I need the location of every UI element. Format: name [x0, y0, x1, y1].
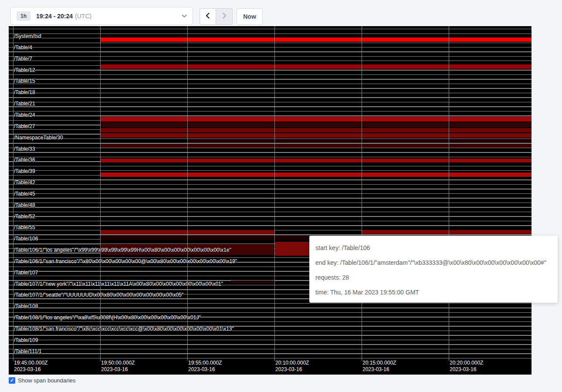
range-duration-badge: 1h [17, 11, 30, 21]
heatmap-band[interactable] [100, 37, 532, 42]
span-label: /Table/15 [14, 78, 35, 84]
x-axis-tick: 20:10:00.000Z2023-03-16 [275, 360, 309, 373]
tick-date: 2023-03-16 [101, 366, 135, 373]
span-label: /Table/106/1/"san francisco"/"\x80\x00\x… [14, 258, 237, 264]
span-label: /Table/27 [14, 123, 35, 129]
heatmap-band[interactable] [100, 144, 532, 148]
tick-time: 19:45:00.000Z [14, 360, 47, 366]
span-label: /Table/45 [14, 191, 35, 197]
span-label: /Table/109 [14, 337, 38, 343]
heatmap-band[interactable] [100, 64, 532, 69]
span-label: /Table/108/1/"los angeles"/"\xa8\xf5\u00… [14, 314, 201, 321]
span-label: /Table/42 [14, 179, 35, 186]
span-label: /Table/107 [14, 270, 38, 276]
heatmap-band[interactable] [231, 280, 274, 283]
tick-time: 20:15:00.000Z [362, 360, 396, 366]
time-range-select[interactable]: 1h 19:24 - 20:24 (UTC) [10, 7, 193, 25]
tooltip-end-key: end key: /Table/106/1/"amsterdam"/"\xb33… [315, 255, 552, 270]
x-axis-tick: 19:55:00.000Z2023-03-16 [188, 360, 222, 373]
keyvis-plot[interactable]: /System/tsd/Table/4/Table/7/Table/12/Tab… [9, 26, 532, 375]
chevron-right-icon [221, 12, 227, 21]
time-gridline [362, 26, 362, 361]
span-label: /Table/7 [14, 56, 32, 62]
tick-date: 2023-03-16 [188, 366, 222, 373]
span-label: /Table/36 [14, 157, 35, 163]
span-label: /Table/21 [14, 101, 35, 107]
heatmap-band[interactable] [100, 133, 532, 138]
span-label: /Table/4 [14, 44, 32, 51]
heatmap-band[interactable] [100, 128, 532, 132]
span-label: /Table/33 [14, 146, 35, 152]
time-gridline [274, 26, 275, 361]
time-nav-group [200, 8, 233, 25]
span-label: /Table/106 [14, 236, 38, 242]
span-label: /Table/108/1/"san francisco"/"\x8c\xcc\x… [14, 326, 234, 332]
x-axis-tick: 20:15:00.000Z2023-03-16 [362, 360, 396, 373]
time-gridline [187, 26, 188, 361]
span-label: /Table/107/1/"seattle"/"UUUUUUD\x00\x80\… [14, 292, 183, 298]
now-button[interactable]: Now [237, 8, 263, 25]
span-label: /NamespaceTable/30 [14, 135, 63, 141]
time-gridline [100, 26, 101, 361]
x-axis-tick: 19:50:00.000Z2023-03-16 [101, 360, 135, 373]
tooltip-requests: requests: 28 [315, 270, 552, 285]
show-span-boundaries-label: Show span boundaries [18, 377, 75, 384]
show-span-boundaries-checkbox[interactable]: ✓ [9, 377, 15, 384]
tick-time: 19:50:00.000Z [101, 360, 135, 366]
tooltip-time: time: Thu, 16 Mar 2023 19:55:00 GMT [315, 285, 552, 300]
time-gridline [449, 26, 449, 361]
span-label: /Table/24 [14, 112, 35, 118]
span-label: /Table/52 [14, 213, 35, 220]
span-label: /Table/12 [14, 67, 35, 73]
heatmap-band[interactable] [362, 230, 532, 234]
x-axis-tick: 19:45:00.000Z2023-03-16 [14, 360, 47, 373]
tick-date: 2023-03-16 [275, 366, 309, 373]
tick-date: 2023-03-16 [14, 366, 47, 373]
footer: ✓ Show span boundaries [9, 377, 75, 384]
heatmap-band[interactable] [100, 172, 532, 177]
heatmap-band[interactable] [100, 122, 532, 127]
span-boundary-lines [9, 29, 532, 358]
heatmap-band[interactable] [100, 159, 532, 162]
chevron-left-icon [205, 12, 211, 21]
x-axis-tick: 20:20:00.000Z2023-03-16 [450, 360, 483, 373]
span-label: /Table/106/1/"los angeles"/"\x99\x99\x99… [14, 247, 231, 253]
next-interval-button[interactable] [216, 8, 233, 25]
span-label: /Table/39 [14, 168, 35, 174]
range-text: 19:24 - 20:24 [36, 13, 73, 20]
tick-date: 2023-03-16 [450, 366, 483, 373]
span-label: /Table/111/1 [14, 348, 42, 355]
prev-interval-button[interactable] [200, 8, 216, 25]
tick-time: 19:55:00.000Z [188, 360, 222, 366]
heatmap-band[interactable] [100, 117, 532, 122]
span-label: /Table/55 [14, 224, 35, 230]
tooltip-start-key: start key: /Table/106 [315, 240, 552, 255]
range-timezone: (UTC) [75, 13, 91, 20]
keyvis-tooltip: start key: /Table/106 end key: /Table/10… [309, 236, 558, 303]
chevron-down-icon [182, 14, 187, 18]
tick-time: 20:20:00.000Z [450, 360, 483, 366]
tick-time: 20:10:00.000Z [275, 360, 309, 366]
span-label: /Table/107/1/"new york"/"\x11\x11\x11\x1… [14, 281, 223, 287]
time-gridline [13, 26, 14, 361]
span-label: /Table/48 [14, 202, 35, 208]
tick-date: 2023-03-16 [362, 366, 396, 373]
span-label: /Table/108 [14, 303, 38, 309]
span-label: /System/tsd [14, 33, 41, 39]
heatmap-band[interactable] [187, 139, 532, 143]
span-label: /Table/18 [14, 89, 35, 95]
